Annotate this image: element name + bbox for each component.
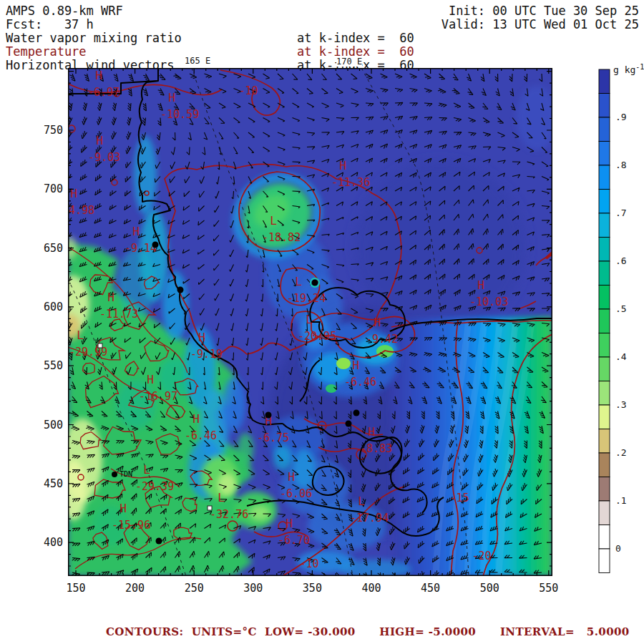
extremum-marker: L — [270, 214, 277, 228]
station-dot — [346, 421, 352, 427]
weather-chart-page: AMPS 0.89-km WRF Fcst: 37 h Init: 00 UTC… — [0, 0, 644, 644]
extremum-marker: L — [306, 313, 313, 326]
colorbar-segment — [599, 525, 610, 550]
extremum-marker: H — [198, 331, 205, 344]
extremum-value: -15.96 — [112, 519, 150, 532]
station-dot — [152, 242, 159, 248]
colorbar-segment — [599, 286, 610, 310]
extremum-value: -10.03 — [469, 296, 508, 308]
extremum-value: -19.24 — [287, 292, 326, 305]
forecast-hour: Fcst: 37 h — [6, 18, 94, 31]
extremum-value: -6.46 — [185, 429, 217, 442]
extremum-marker: H — [168, 91, 175, 104]
marker-square — [98, 343, 102, 348]
extremum-value: -29.39 — [135, 480, 174, 493]
extremum-value: -6.97 — [87, 86, 119, 99]
colorbar-segment — [599, 94, 610, 118]
y-tick-label: 700 — [34, 182, 63, 195]
extremum-value: -6.70 — [278, 534, 310, 547]
extremum-value: -4.98 — [68, 204, 94, 217]
contour-info-line: CONTOURS: UNITS=°C LOW= -30.000 HIGH= -5… — [106, 625, 630, 638]
extremum-marker: H — [95, 69, 102, 82]
colorbar-segment — [599, 117, 610, 142]
station-dot — [156, 538, 162, 545]
x-tick-label: 400 — [361, 582, 381, 595]
x-tick-label: 300 — [243, 582, 263, 595]
marker-square — [208, 506, 212, 510]
colorbar-units: g kg-1 — [613, 63, 644, 75]
extremum-value: -6.75 — [257, 431, 289, 444]
meridian-label-165e: 165 E — [185, 56, 210, 66]
init-time: Init: 00 UTC Tue 30 Sep 25 — [449, 4, 639, 18]
extremum-value: -8.83 — [360, 442, 392, 455]
extremum-marker: H — [477, 278, 484, 292]
colorbar-tick-label: .1 — [615, 495, 627, 506]
colorbar-segment — [599, 477, 610, 502]
extremum-marker: H — [96, 134, 103, 147]
field-1-level: at k-index = 60 — [297, 31, 414, 45]
extremum-marker: L — [77, 328, 84, 342]
extremum-value: -16.97 — [139, 390, 177, 403]
y-tick-label: 750 — [34, 124, 63, 137]
y-tick-label: 650 — [34, 242, 63, 255]
extremum-marker: H — [288, 470, 295, 484]
extremum-marker: L — [143, 463, 150, 477]
colorbar-segment — [599, 261, 610, 286]
extremum-value: -9.19 — [190, 348, 223, 361]
contour-inline-label: -10 — [299, 557, 318, 570]
valid-time: Valid: 13 UTC Wed 01 Oct 25 — [441, 18, 639, 31]
colorbar-tick-label: .4 — [615, 351, 627, 362]
extremum-value: -10.59 — [160, 108, 199, 121]
station-label: TDN — [119, 470, 132, 478]
extremum-marker: H — [352, 358, 359, 372]
colorbar-segment — [599, 213, 610, 238]
field-2-label: Temperature — [6, 45, 87, 59]
colorbar — [594, 64, 644, 587]
extremum-value: -11.73 — [99, 308, 138, 321]
station-dot — [353, 410, 360, 416]
colorbar-segment — [599, 405, 610, 429]
x-tick-label: 500 — [480, 582, 499, 595]
extremum-value: -6.46 — [344, 376, 376, 389]
colorbar-segment — [599, 357, 610, 381]
station-dot — [265, 412, 272, 419]
extremum-marker: H — [374, 316, 381, 329]
x-tick-label: 200 — [125, 582, 145, 595]
extremum-marker: H — [147, 373, 154, 386]
colorbar-tick-label: .7 — [615, 208, 627, 218]
colorbar-segment — [599, 190, 610, 214]
colorbar-segment — [599, 333, 610, 358]
colorbar-segment — [599, 165, 610, 190]
extremum-value: -6.06 — [280, 487, 312, 500]
contour-inline-label: -20 — [472, 550, 491, 562]
extremum-marker: L — [218, 491, 225, 504]
extremum-value: -20.95 — [298, 330, 336, 343]
extremum-marker: L — [295, 275, 302, 288]
colorbar-segment — [599, 309, 610, 333]
y-tick-label: 550 — [34, 359, 63, 372]
colorbar-tick-label: .5 — [615, 303, 627, 314]
contour-inline-label: -10 — [238, 84, 258, 97]
extremum-marker: H — [107, 291, 114, 304]
station-dot — [177, 287, 184, 293]
station-dot — [312, 280, 318, 286]
extremum-marker: H — [132, 225, 140, 238]
colorbar-tick-label: 0 — [615, 543, 621, 554]
colorbar-tick-label: .8 — [615, 160, 627, 170]
extremum-value: -18.82 — [262, 231, 301, 244]
contour-inline-label: -15 — [449, 492, 469, 504]
colorbar-segment — [599, 453, 610, 477]
x-tick-label: 350 — [303, 582, 322, 595]
x-tick-label: 150 — [66, 582, 85, 595]
colorbar-tick-label: .2 — [615, 447, 627, 458]
y-tick-label: 450 — [34, 477, 63, 490]
model-title: AMPS 0.89-km WRF — [6, 4, 123, 18]
meridian-label-170e: 170 E — [336, 57, 362, 67]
y-tick-label: 600 — [34, 301, 63, 313]
y-tick-label: 500 — [34, 419, 63, 431]
colorbar-segment — [599, 69, 610, 94]
station-dot — [112, 472, 117, 477]
colorbar-segment — [599, 238, 610, 262]
colorbar-tick-label: .6 — [615, 255, 627, 266]
extremum-value: -9.42 — [366, 333, 398, 346]
